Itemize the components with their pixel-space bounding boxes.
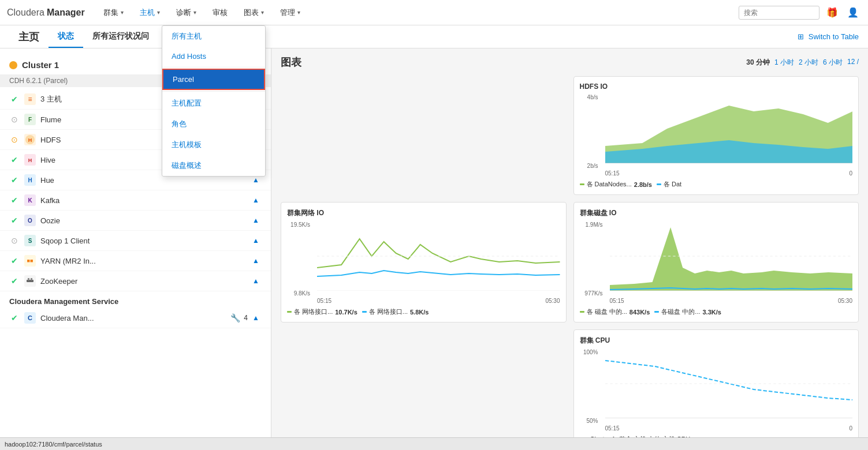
chart-network-io: 群集网络 IO 19.5K/s 9.8K/s — [281, 202, 567, 322]
svg-marker-12 — [610, 227, 853, 291]
charts-title: 图表 — [281, 55, 301, 69]
nav-hosts[interactable]: 主机 ▾ — [133, 4, 167, 21]
time-btn-1h[interactable]: 1 小时 — [774, 58, 794, 68]
service-zookeeper[interactable]: ✔ ZooKeeper ▲ — [0, 271, 271, 291]
y-label: 100% — [580, 349, 598, 355]
expand-button[interactable]: ▲ — [250, 194, 262, 206]
service-logo-hive: H — [24, 154, 36, 166]
nav-manage[interactable]: 管理 ▾ — [273, 4, 307, 21]
legend-label: 各 网络接口... — [294, 308, 333, 316]
management-section-header: Cloudera Management Service — [0, 291, 271, 308]
service-kafka[interactable]: ✔ K Kafka ▲ — [0, 190, 271, 211]
charts-area: 图表 30 分钟 1 小时 2 小时 6 小时 12 / HDFS IO 4b/… — [271, 48, 868, 450]
status-ok-icon: ✔ — [9, 175, 20, 185]
service-oozie[interactable]: ✔ O Oozie ▲ — [0, 211, 271, 231]
dropdown-host-template[interactable]: 主机模板 — [162, 134, 265, 155]
service-logo-oozie: O — [24, 215, 36, 226]
chevron-down-icon: ▾ — [193, 9, 196, 16]
service-name: Oozie — [40, 216, 248, 225]
legend-label: 各 网络接口... — [369, 308, 408, 316]
time-btn-2h[interactable]: 2 小时 — [799, 58, 818, 68]
gift-icon[interactable]: 🎁 — [824, 5, 840, 21]
service-logo-sqoop: S — [24, 235, 36, 246]
dropdown-divider — [162, 67, 265, 68]
dropdown-disk-overview[interactable]: 磁盘概述 — [162, 155, 265, 176]
svg-rect-4 — [27, 280, 33, 282]
legend-item: 各 Dat — [657, 180, 681, 189]
time-btn-30min[interactable]: 30 分钟 — [746, 58, 770, 68]
nav-clusters[interactable]: 群集 ▾ — [96, 4, 131, 21]
chevron-down-icon: ▾ — [121, 9, 124, 16]
expand-button[interactable]: ▲ — [250, 255, 262, 267]
x-label: 05:15 — [605, 170, 620, 177]
chart-hdfs-io: HDFS IO 4b/s 2b/s — [573, 76, 859, 195]
x-label: 05:15 — [610, 298, 624, 304]
legend-item: 各磁盘 中的... 3.3K/s — [654, 308, 721, 316]
time-btn-12h[interactable]: 12 / — [847, 58, 859, 68]
legend-color — [657, 183, 661, 185]
chart-legend: 各 DataNodes... 2.8b/s 各 Dat — [580, 180, 853, 189]
expand-button[interactable]: ▲ — [250, 215, 262, 226]
service-sqoop[interactable]: ⊙ S Sqoop 1 Client ▲ — [0, 231, 271, 251]
service-logo-kafka: K — [24, 194, 36, 206]
status-url: hadoop102:7180/cmf/parcel/status — [5, 441, 102, 448]
service-yarn[interactable]: ✔ ■■ YARN (MR2 In... ▲ — [0, 251, 271, 271]
status-ok-icon: ✔ — [9, 215, 20, 226]
x-label: 05:15 — [317, 298, 331, 304]
expand-button[interactable]: ▲ — [250, 312, 262, 324]
time-btn-6h[interactable]: 6 小时 — [823, 58, 843, 68]
service-name: ZooKeeper — [40, 277, 248, 286]
time-controls: 30 分钟 1 小时 2 小时 6 小时 12 / — [746, 58, 859, 68]
expand-button[interactable]: ▲ — [250, 235, 262, 246]
chevron-down-icon: ▾ — [157, 9, 160, 16]
nav-items: 群集 ▾ 主机 ▾ 诊断 ▾ 审核 图表 ▾ 管理 ▾ — [96, 4, 739, 21]
service-name: Sqoop 1 Client — [40, 237, 248, 245]
svg-rect-5 — [28, 278, 29, 280]
page-title: 主页 — [9, 25, 49, 48]
charts-header: 图表 30 分钟 1 小时 2 小时 6 小时 12 / — [281, 55, 859, 69]
warn-count: 4 — [244, 314, 248, 322]
x-label: 05:30 — [838, 298, 852, 304]
x-label: 05:15 — [605, 425, 620, 432]
svg-rect-6 — [31, 278, 32, 280]
service-cloudera-management[interactable]: ✔ C Cloudera Man... 🔧 4 ▲ — [0, 308, 271, 328]
switch-table-btn[interactable]: ⊞ Switch to Table — [798, 25, 859, 48]
sub-navigation: 主页 状态 所有运行状况问 所有最新命令 ⊞ Switch to Table — [0, 25, 868, 48]
dropdown-parcel[interactable]: Parcel — [162, 69, 265, 90]
nav-charts[interactable]: 图表 ▾ — [237, 4, 271, 21]
service-logo-hdfs: H — [24, 134, 36, 145]
legend-color — [580, 311, 584, 313]
nav-right: 🎁 👤 — [739, 5, 861, 21]
user-icon[interactable]: 👤 — [845, 5, 861, 21]
expand-button[interactable]: ▲ — [250, 275, 262, 287]
y-label: 977K/s — [580, 290, 603, 297]
chart-canvas-hdfs — [605, 94, 853, 169]
legend-value: 3.3K/s — [703, 309, 721, 316]
search-input[interactable] — [739, 6, 819, 20]
chart-cpu: 群集 CPU 100% 50% — [573, 329, 859, 450]
tab-health[interactable]: 所有运行状况问 — [83, 25, 158, 48]
legend-color — [362, 311, 367, 313]
dropdown-roles[interactable]: 角色 — [162, 114, 265, 134]
service-name: YARN (MR2 In... — [40, 257, 248, 265]
status-warn-icon: ⊙ — [9, 134, 20, 145]
status-ok-icon: ✔ — [9, 313, 20, 323]
dropdown-add-hosts[interactable]: Add Hosts — [162, 47, 265, 66]
service-name: Kafka — [40, 196, 248, 205]
service-logo-flume: F — [24, 114, 36, 125]
legend-value: 2.8b/s — [634, 181, 652, 188]
nav-diagnostics[interactable]: 诊断 ▾ — [169, 4, 203, 21]
tab-status[interactable]: 状态 — [49, 25, 83, 48]
svg-text:H: H — [28, 137, 32, 143]
service-logo-zookeeper — [24, 275, 36, 287]
top-navigation: Cloudera Manager 群集 ▾ 主机 ▾ 诊断 ▾ 审核 图表 ▾ … — [0, 0, 868, 25]
dropdown-all-hosts[interactable]: 所有主机 — [162, 26, 265, 47]
service-logo-yarn: ■■ — [24, 255, 36, 267]
dropdown-host-config[interactable]: 主机配置 — [162, 93, 265, 114]
nav-audit[interactable]: 审核 — [206, 4, 234, 21]
table-icon: ⊞ — [798, 32, 804, 41]
x-label: 0 — [849, 170, 852, 177]
chart-title: 群集磁盘 IO — [580, 208, 853, 218]
legend-item: 各 网络接口... 5.8K/s — [362, 308, 429, 316]
hosts-dropdown-menu: 所有主机 Add Hosts Parcel 主机配置 角色 主机模板 磁盘概述 — [162, 25, 266, 177]
